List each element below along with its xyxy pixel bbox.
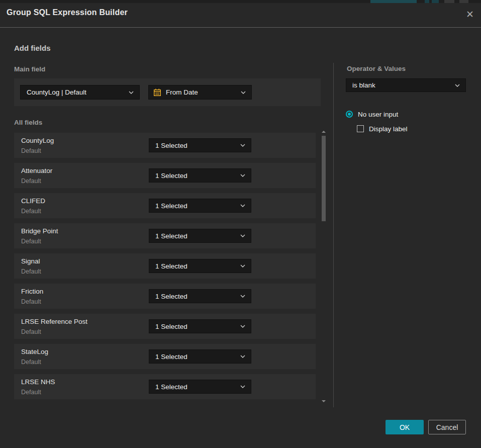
operator-select-value: is blank bbox=[346, 81, 375, 89]
close-icon[interactable]: ✕ bbox=[463, 7, 477, 21]
field-selected-dropdown[interactable]: 1 Selected bbox=[149, 259, 251, 273]
field-sublabel: Default bbox=[21, 328, 41, 335]
field-name: Bridge Point bbox=[21, 227, 58, 235]
field-sublabel: Default bbox=[21, 238, 41, 245]
group-sql-expression-builder-dialog: { "dialog": { "title": "Group SQL Expres… bbox=[0, 0, 481, 448]
field-name: LRSE Reference Post bbox=[21, 318, 87, 325]
no-user-input-label: No user input bbox=[358, 111, 398, 118]
checkbox[interactable] bbox=[357, 125, 364, 132]
field-name: Signal bbox=[21, 257, 40, 265]
field-row: Attenuator Default 1 Selected bbox=[14, 163, 316, 188]
field-selected-dropdown[interactable]: 1 Selected bbox=[149, 349, 251, 364]
chevron-down-icon bbox=[455, 84, 460, 87]
field-selected-dropdown[interactable]: 1 Selected bbox=[149, 168, 251, 183]
field-row: CLIFED Default 1 Selected bbox=[14, 193, 316, 218]
background-app-strip bbox=[0, 0, 481, 3]
chevron-down-icon bbox=[241, 91, 246, 94]
operator-select[interactable]: is blank bbox=[346, 78, 466, 92]
scroll-down-icon[interactable] bbox=[322, 400, 326, 402]
ok-button[interactable]: OK bbox=[386, 420, 424, 434]
dialog-title: Group SQL Expression Builder bbox=[7, 8, 128, 17]
selected-count-value: 1 Selected bbox=[149, 232, 187, 240]
field-row: LRSE Reference Post Default 1 Selected bbox=[14, 314, 316, 339]
field-sublabel: Default bbox=[21, 268, 41, 275]
list-scrollbar[interactable] bbox=[321, 130, 326, 403]
section-divider bbox=[333, 63, 334, 407]
field-select-value: From Date bbox=[161, 88, 198, 96]
calendar-icon bbox=[153, 88, 161, 97]
selected-count-value: 1 Selected bbox=[149, 293, 187, 300]
field-name: StateLog bbox=[21, 348, 48, 355]
field-selected-dropdown[interactable]: 1 Selected bbox=[149, 380, 251, 394]
selected-count-value: 1 Selected bbox=[149, 172, 187, 180]
add-fields-heading: Add fields bbox=[14, 44, 51, 52]
background-fragment bbox=[444, 0, 454, 3]
selected-count-value: 1 Selected bbox=[149, 202, 187, 210]
field-sublabel: Default bbox=[21, 389, 41, 396]
chevron-down-icon bbox=[240, 204, 245, 207]
chevron-down-icon bbox=[240, 295, 245, 298]
layer-select-value: CountyLog | Default bbox=[21, 88, 86, 96]
field-selected-dropdown[interactable]: 1 Selected bbox=[149, 289, 251, 303]
display-label-option[interactable]: Display label bbox=[357, 125, 408, 133]
field-row: CountyLog Default 1 Selected bbox=[14, 133, 316, 158]
field-row: LRSE NHS Default 1 Selected bbox=[14, 374, 316, 399]
chevron-down-icon bbox=[240, 234, 245, 237]
field-selected-dropdown[interactable]: 1 Selected bbox=[149, 138, 251, 152]
main-field-layer-select[interactable]: CountyLog | Default bbox=[20, 85, 140, 100]
no-user-input-option[interactable]: No user input bbox=[346, 110, 398, 118]
selected-count-value: 1 Selected bbox=[149, 383, 187, 391]
cancel-button[interactable]: Cancel bbox=[428, 420, 466, 434]
selected-count-value: 1 Selected bbox=[149, 262, 187, 270]
chevron-down-icon bbox=[240, 355, 245, 358]
background-fragment bbox=[370, 0, 417, 3]
selected-count-value: 1 Selected bbox=[149, 142, 187, 149]
scroll-up-icon[interactable] bbox=[322, 131, 326, 133]
main-field-panel: CountyLog | Default From Date bbox=[14, 78, 321, 106]
background-fragment bbox=[459, 0, 468, 3]
background-fragment bbox=[425, 0, 429, 3]
field-sublabel: Default bbox=[21, 177, 41, 185]
field-sublabel: Default bbox=[21, 298, 41, 305]
selected-count-value: 1 Selected bbox=[149, 323, 187, 330]
field-name: LRSE NHS bbox=[21, 378, 55, 386]
field-selected-dropdown[interactable]: 1 Selected bbox=[149, 319, 251, 333]
field-row: Signal Default 1 Selected bbox=[14, 253, 316, 279]
field-sublabel: Default bbox=[21, 147, 41, 154]
chevron-down-icon bbox=[240, 385, 245, 388]
field-row: Bridge Point Default 1 Selected bbox=[14, 223, 316, 248]
field-selected-dropdown[interactable]: 1 Selected bbox=[149, 229, 251, 243]
radio-button[interactable] bbox=[346, 111, 353, 118]
field-name: Friction bbox=[21, 288, 43, 295]
header-divider bbox=[0, 27, 481, 28]
field-selected-dropdown[interactable]: 1 Selected bbox=[149, 199, 251, 213]
radio-dot bbox=[348, 113, 351, 116]
field-sublabel: Default bbox=[21, 359, 41, 366]
field-row: Friction Default 1 Selected bbox=[14, 284, 316, 309]
chevron-down-icon bbox=[240, 325, 245, 328]
field-sublabel: Default bbox=[21, 208, 41, 215]
selected-count-value: 1 Selected bbox=[149, 353, 187, 361]
scrollbar-thumb[interactable] bbox=[322, 136, 326, 221]
chevron-down-icon bbox=[240, 264, 245, 267]
background-fragment bbox=[432, 0, 439, 3]
chevron-down-icon bbox=[240, 174, 245, 177]
field-name: CountyLog bbox=[21, 137, 54, 144]
field-name: Attenuator bbox=[21, 167, 52, 174]
operator-values-heading: Operator & Values bbox=[347, 65, 406, 72]
field-row: StateLog Default 1 Selected bbox=[14, 344, 316, 369]
display-label-label: Display label bbox=[369, 125, 408, 133]
main-field-label: Main field bbox=[14, 65, 45, 73]
chevron-down-icon bbox=[129, 91, 134, 94]
field-name: CLIFED bbox=[21, 197, 45, 205]
all-fields-label: All fields bbox=[14, 119, 42, 126]
chevron-down-icon bbox=[240, 144, 245, 147]
main-field-field-select[interactable]: From Date bbox=[148, 85, 252, 100]
all-fields-list: CountyLog Default 1 Selected Attenuator … bbox=[14, 133, 316, 404]
